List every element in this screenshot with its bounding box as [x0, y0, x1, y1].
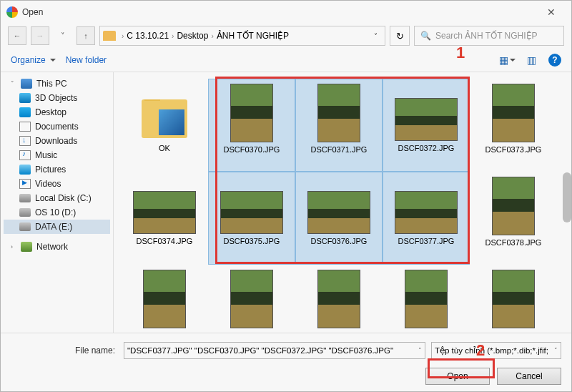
bottom-panel: File name: "DSCF0377.JPG" "DSCF0370.JPG"…	[1, 333, 571, 391]
body: ˅This PC 3D Objects Desktop Documents Do…	[1, 72, 571, 333]
file-tile[interactable]: DSCF0371.JPG	[296, 79, 382, 171]
sidebar-node-network[interactable]: ›Network	[4, 240, 110, 254]
cancel-button[interactable]: Cancel	[497, 368, 561, 385]
network-icon	[21, 242, 32, 252]
breadcrumb-seg2[interactable]: Desktop	[177, 31, 208, 41]
image-thumb-icon	[395, 191, 458, 234]
forward-button[interactable]: →	[31, 26, 49, 45]
sidebar-node-documents[interactable]: Documents	[4, 119, 110, 134]
open-button-label: Open	[447, 371, 468, 381]
file-tile[interactable]: DSCF0370.JPG	[209, 79, 295, 171]
recent-button[interactable]: ˅	[54, 26, 72, 45]
file-label: DSCF0373.JPG	[485, 145, 542, 154]
file-tile[interactable]: DSCF0376.JPG	[296, 172, 382, 264]
titlebar: Open ✕	[1, 1, 571, 24]
open-button[interactable]: Open	[425, 368, 490, 385]
file-tile[interactable]: DSCF0374.JPG	[122, 172, 207, 264]
view-options-button[interactable]: ▦	[500, 54, 514, 67]
chevron-right-icon: ›	[119, 32, 127, 40]
organize-button[interactable]: Organize	[11, 55, 56, 65]
chevron-down-icon[interactable]: ˅	[415, 347, 422, 354]
file-list-area[interactable]: OKDSCF0370.JPGDSCF0371.JPGDSCF0372.JPGDS…	[114, 72, 571, 333]
desktop-icon	[19, 107, 31, 117]
document-icon	[19, 122, 31, 132]
filename-value: "DSCF0377.JPG" "DSCF0370.JPG" "DSCF0372.…	[127, 346, 415, 355]
sidebar-label: OS 10 (D:)	[35, 207, 76, 217]
sidebar-node-downloads[interactable]: Downloads	[4, 134, 110, 148]
file-label: DSCF0372.JPG	[398, 144, 455, 152]
annotation-callout-2: 2	[476, 341, 485, 360]
sidebar-label: Music	[35, 150, 57, 160]
file-tile[interactable]: OK	[122, 79, 207, 171]
filename-input[interactable]: "DSCF0377.JPG" "DSCF0370.JPG" "DSCF0372.…	[124, 342, 425, 359]
chevron-down-icon[interactable]: ˅	[551, 347, 558, 354]
sidebar-node-desktop[interactable]: Desktop	[4, 105, 110, 119]
folder-thumb-icon	[142, 99, 187, 138]
file-label: OK	[159, 144, 170, 152]
close-button[interactable]: ✕	[537, 6, 566, 18]
folder-icon	[103, 31, 116, 41]
sidebar-label: Videos	[35, 179, 61, 189]
chevron-right-icon: ›	[208, 32, 216, 40]
window-title: Open	[22, 7, 43, 17]
image-thumb-icon	[133, 191, 196, 234]
breadcrumb-bar[interactable]: › C 13.10.21 › Desktop › ẢNH TỐT NGHIỆP …	[99, 26, 385, 46]
sidebar: ˅This PC 3D Objects Desktop Documents Do…	[1, 72, 114, 333]
disk-icon	[19, 208, 31, 217]
disk-icon	[19, 194, 31, 202]
file-tile[interactable]: DSCF0372.JPG	[383, 79, 469, 171]
sidebar-node-localdisk[interactable]: Local Disk (C:)	[4, 191, 110, 205]
preview-pane-button[interactable]: ▥	[524, 54, 538, 67]
sidebar-node-videos[interactable]: Videos	[4, 177, 110, 191]
breadcrumb-seg3[interactable]: ẢNH TỐT NGHIỆP	[217, 31, 289, 41]
app-icon	[6, 6, 18, 18]
file-label: DSCF0377.JPG	[398, 237, 455, 245]
sidebar-label: 3D Objects	[35, 93, 77, 103]
sidebar-label: Downloads	[35, 136, 77, 146]
search-input[interactable]: 🔍 Search ẢNH TỐT NGHIỆP	[414, 26, 564, 46]
video-icon	[19, 179, 31, 189]
file-tile[interactable]: DSCF0375.JPG	[209, 172, 295, 264]
scrollbar-thumb[interactable]	[563, 172, 571, 222]
sidebar-node-data[interactable]: DATA (E:)	[4, 220, 110, 234]
back-button[interactable]: ←	[8, 26, 26, 45]
file-tile[interactable]	[470, 265, 556, 333]
refresh-button[interactable]: ↻	[390, 26, 410, 46]
image-thumb-icon	[317, 84, 360, 142]
file-label: DSCF0370.JPG	[224, 145, 280, 154]
file-tile[interactable]	[296, 265, 382, 333]
pc-icon	[21, 79, 32, 89]
file-tile[interactable]: DSCF0377.JPG	[383, 172, 469, 264]
file-tile[interactable]	[383, 265, 469, 333]
filetype-select[interactable]: Tệp tùy chỉnh (*.bmp;*.dib;*.jfif; ˅	[431, 342, 561, 359]
file-label: DSCF0378.JPG	[485, 238, 542, 247]
toolbar: Organize New folder ▦ ▥ ?	[1, 48, 571, 72]
sidebar-node-3dobjects[interactable]: 3D Objects	[4, 91, 110, 105]
image-thumb-icon	[492, 84, 535, 142]
sidebar-node-pictures[interactable]: Pictures	[4, 162, 110, 177]
file-tile[interactable]: DSCF0378.JPG	[470, 172, 556, 264]
search-icon: 🔍	[420, 31, 431, 41]
sidebar-label: This PC	[36, 79, 67, 89]
newfolder-button[interactable]: New folder	[66, 55, 107, 65]
annotation-callout-1: 1	[456, 44, 465, 62]
sidebar-node-thispc[interactable]: ˅This PC	[4, 77, 110, 91]
image-thumb-icon	[492, 270, 535, 328]
sidebar-label: Network	[36, 242, 68, 252]
image-thumb-icon	[220, 191, 283, 234]
up-button[interactable]: ↑	[77, 26, 95, 45]
breadcrumb-seg1[interactable]: C 13.10.21	[127, 31, 169, 41]
chevron-right-icon: ›	[169, 32, 177, 40]
file-label: DSCF0371.JPG	[311, 145, 368, 154]
file-label: DSCF0374.JPG	[137, 237, 193, 245]
file-tile[interactable]	[122, 265, 207, 333]
file-tile[interactable]	[209, 265, 295, 333]
breadcrumb-dropdown[interactable]: ˅	[370, 32, 382, 40]
sidebar-node-os10[interactable]: OS 10 (D:)	[4, 205, 110, 220]
help-icon[interactable]: ?	[548, 54, 561, 67]
sidebar-label: DATA (E:)	[35, 222, 72, 232]
file-tile[interactable]: DSCF0373.JPG	[470, 79, 556, 171]
disk-icon	[19, 222, 31, 231]
image-thumb-icon	[395, 98, 458, 141]
sidebar-node-music[interactable]: Music	[4, 148, 110, 162]
